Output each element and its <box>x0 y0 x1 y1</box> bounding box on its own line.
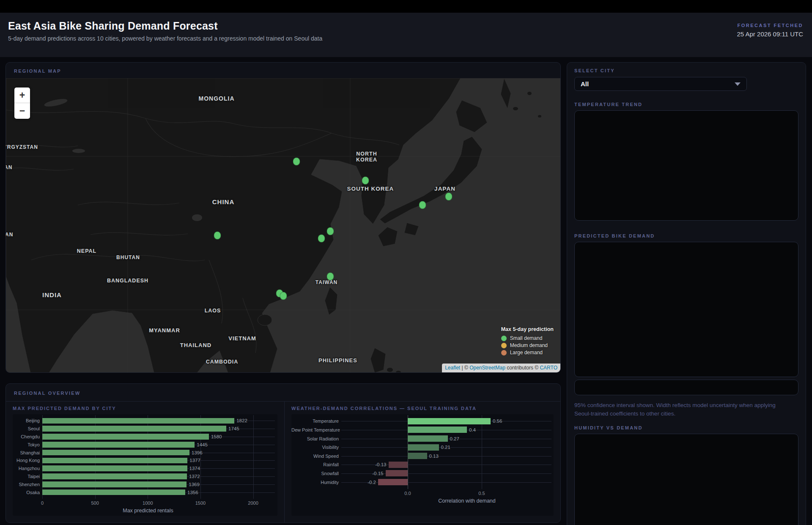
predicted-demand-footer-box <box>574 380 798 395</box>
regional-map-title: REGIONAL MAP <box>6 63 560 78</box>
legend-item-small-demand: Small demand <box>501 335 554 341</box>
category-label: Tokyo <box>13 442 40 447</box>
map-basemap <box>6 78 560 372</box>
category-label: Temperature <box>291 418 339 424</box>
x-tick-label: 0 <box>41 500 44 506</box>
zoom-out-button[interactable]: − <box>14 103 30 119</box>
legend-label: Large demand <box>510 350 543 355</box>
leaflet-link[interactable]: Leaflet <box>445 365 460 371</box>
predicted-demand-label: PREDICTED BIKE DEMAND <box>574 233 798 238</box>
correlation-bar-chart: 0.00.5Temperature0.56Dew Point Temperatu… <box>291 414 554 516</box>
regional-map-panel: REGIONAL MAP <box>5 62 561 373</box>
category-label: Beijing <box>13 418 40 423</box>
map-attribution: Leaflet | © OpenStreetMap contributors ©… <box>442 364 560 372</box>
value-label: -0.15 <box>367 471 384 476</box>
city-marker-osaka[interactable] <box>419 201 426 209</box>
attribution-separator: | © <box>460 365 469 371</box>
category-label: Wind Speed <box>291 454 339 459</box>
bar-tokyo <box>42 442 195 448</box>
correlation-chart-title: WEATHER-DEMAND CORRELATIONS — SEOUL TRAI… <box>291 406 554 411</box>
value-label: 1356 <box>187 490 198 495</box>
value-label: 0.13 <box>429 454 439 459</box>
bar-taipei <box>42 473 187 479</box>
value-label: 1396 <box>192 450 203 455</box>
category-label: Rainfall <box>291 462 339 467</box>
country-label-myanmar: MYANMAR <box>149 328 180 334</box>
legend-item-large-demand: Large demand <box>501 350 554 355</box>
dashboard-page: East Asia Bike Sharing Demand Forecast 5… <box>0 0 812 525</box>
category-label: Seoul <box>13 426 40 431</box>
forecast-fetched-timestamp: 25 Apr 2026 09:11 UTC <box>737 30 804 38</box>
bar-temperature <box>408 418 491 424</box>
category-label: Visibility <box>291 445 339 450</box>
category-label: Snowfall <box>291 471 339 476</box>
x-tick-label: 1500 <box>195 500 206 506</box>
attribution-contributors: contributors © <box>505 365 540 371</box>
city-marker-shanghai[interactable] <box>327 227 334 235</box>
select-city-label: SELECT CITY <box>574 68 798 73</box>
humidity-demand-chart <box>574 434 798 525</box>
chevron-down-icon <box>735 82 741 86</box>
zoom-in-button[interactable]: + <box>14 88 30 103</box>
row-gridline <box>341 456 551 457</box>
city-marker-beijing[interactable] <box>293 158 300 166</box>
max-demand-chart-section: MAX PREDICTED DEMAND BY CITY 05001000150… <box>6 402 285 522</box>
city-marker-tokyo[interactable] <box>445 193 453 201</box>
temperature-trend-label: TEMPERATURE TREND <box>574 102 798 107</box>
x-tick-label: 0.5 <box>478 491 485 496</box>
temperature-trend-chart <box>574 110 798 221</box>
country-label-tan: TAN <box>6 165 12 171</box>
category-label: Hangzhou <box>13 466 40 471</box>
bar-snowfall <box>386 470 408 476</box>
x-tick-label: 0.0 <box>404 491 411 496</box>
country-label-vietnam: VIETNAM <box>228 336 256 342</box>
country-label-kyrgyzstan: KYRGYZSTAN <box>6 145 38 150</box>
value-label: -0.13 <box>370 462 387 467</box>
regional-overview-panel: REGIONAL OVERVIEW MAX PREDICTED DEMAND B… <box>5 383 561 523</box>
country-label-india: INDIA <box>42 291 62 298</box>
correlation-chart-section: WEATHER-DEMAND CORRELATIONS — SEOUL TRAI… <box>285 402 560 522</box>
map-canvas[interactable]: MONGOLIAKYRGYZSTANTANTANCHINANORTH KOREA… <box>6 78 560 372</box>
category-label: Taipei <box>13 474 40 479</box>
map-legend-title: Max 5-day prediction <box>501 326 554 332</box>
x-gridline <box>482 415 482 489</box>
carto-link[interactable]: CARTO <box>540 365 557 371</box>
country-label-bhutan: BHUTAN <box>116 255 140 261</box>
bar-visibility <box>408 444 439 451</box>
openstreetmap-link[interactable]: OpenStreetMap <box>469 365 505 371</box>
category-label: Chengdu <box>13 434 40 439</box>
country-label-japan: JAPAN <box>434 186 455 192</box>
forecast-fetched: FORECAST FETCHED 25 Apr 2026 09:11 UTC <box>737 23 804 38</box>
humidity-demand-label: HUMIDITY VS DEMAND <box>574 425 798 430</box>
city-marker-hangzhou[interactable] <box>318 235 325 243</box>
country-label-philippines: PHILIPPINES <box>318 358 357 364</box>
regional-overview-title: REGIONAL OVERVIEW <box>6 384 560 402</box>
country-label-cambodia: CAMBODIA <box>206 359 239 365</box>
confidence-note: 95% confidence interval shown. Width ref… <box>574 401 788 418</box>
bar-hong-kong <box>42 458 187 464</box>
map-legend-items: Small demandMedium demandLarge demand <box>501 335 554 355</box>
legend-label: Small demand <box>510 335 543 341</box>
country-label-laos: LAOS <box>205 308 221 314</box>
country-label-china: CHINA <box>212 198 235 205</box>
category-label: Solar Radiation <box>291 436 339 441</box>
category-label: Osaka <box>13 490 40 495</box>
bar-solar-radiation <box>408 435 448 442</box>
city-marker-taipei[interactable] <box>327 273 334 281</box>
country-label-taiwan: TAIWAN <box>315 280 337 286</box>
city-marker-hong-kong[interactable] <box>280 292 287 300</box>
predicted-demand-chart <box>574 242 798 377</box>
max-demand-bar-chart: 0500100015002000Beijing1822Seoul1745Chen… <box>13 414 277 516</box>
city-marker-seoul[interactable] <box>362 177 369 185</box>
city-select-dropdown[interactable]: All <box>574 77 747 91</box>
bar-shenzhen <box>42 481 187 487</box>
page-subtitle: 5-day demand predictions across 10 citie… <box>8 35 803 42</box>
value-label: 1445 <box>197 442 208 447</box>
bar-humidity <box>378 479 408 485</box>
country-label-nepal: NEPAL <box>77 248 96 254</box>
category-label: Shanghai <box>13 450 40 455</box>
map-zoom-control: + − <box>14 88 30 119</box>
value-label: 1369 <box>189 482 200 487</box>
city-marker-chengdu[interactable] <box>214 232 221 240</box>
x-gridline <box>253 415 254 499</box>
